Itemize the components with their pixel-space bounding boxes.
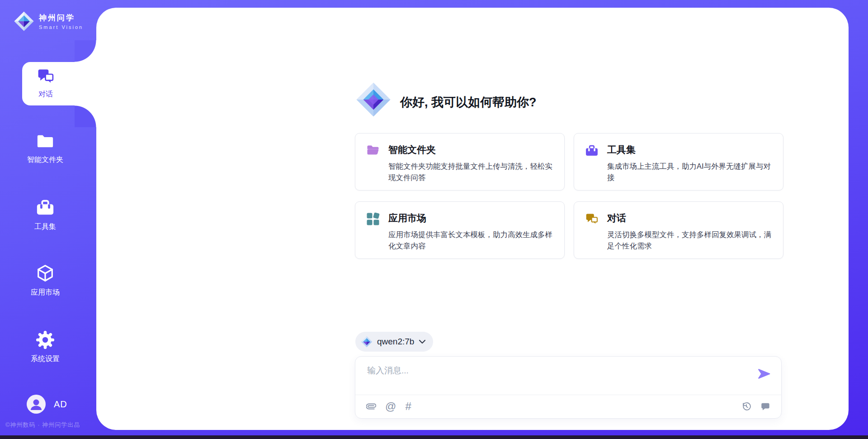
folder-open-icon — [366, 143, 380, 180]
card-chat[interactable]: 对话 灵活切换多模型文件，支持多样回复效果调试，满足个性化需求 — [574, 201, 783, 259]
user-icon — [27, 395, 45, 413]
card-title: 对话 — [607, 212, 772, 224]
card-app-market[interactable]: 应用市场 应用市场提供丰富长文本模板，助力高效生成多样化文章内容 — [355, 201, 565, 259]
at-icon: @ — [385, 401, 396, 412]
user-name: AD — [54, 399, 67, 410]
sidebar-item-toolkit[interactable]: 工具集 — [0, 198, 90, 232]
logo-diamond-icon — [14, 11, 34, 32]
card-title: 应用市场 — [388, 212, 553, 224]
topic-button[interactable]: # — [405, 401, 411, 412]
attach-button[interactable] — [366, 401, 376, 411]
sidebar-item-smart-folder[interactable]: 智能文件夹 — [0, 132, 90, 165]
hash-icon: # — [405, 401, 411, 412]
greeting-title: 你好, 我可以如何帮助你? — [400, 94, 537, 110]
card-description: 智能文件夹功能支持批量文件上传与清洗，轻松实现文件问答 — [388, 161, 553, 183]
history-button[interactable] — [741, 401, 751, 411]
card-toolkit[interactable]: 工具集 集成市场上主流工具，助力AI与外界无缝扩展与对接 — [574, 133, 783, 191]
card-description: 灵活切换多模型文件，支持多样回复效果调试，满足个性化需求 — [607, 229, 772, 252]
model-selector[interactable]: qwen2:7b — [355, 332, 433, 352]
copyright-footer: ©神州数码 · 神州问学出品 — [5, 421, 96, 429]
card-smart-folder[interactable]: 智能文件夹 智能文件夹功能支持批量文件上传与清洗，轻松实现文件问答 — [355, 133, 565, 191]
history-icon — [741, 401, 751, 411]
briefcase-icon — [0, 198, 90, 219]
chevron-down-icon — [419, 339, 426, 344]
message-input[interactable] — [367, 365, 747, 390]
sidebar-item-label: 应用市场 — [0, 288, 90, 297]
chat-bubble-icon — [760, 401, 770, 411]
tab-fillet-top — [75, 40, 96, 62]
bottom-edge-bar — [0, 435, 868, 439]
app-grid-icon — [366, 212, 380, 248]
sidebar-item-app-market[interactable]: 应用市场 — [0, 264, 90, 297]
sidebar-item-chat[interactable]: 对话 — [22, 62, 96, 105]
sidebar-item-label: 系统设置 — [0, 354, 90, 364]
mention-button[interactable]: @ — [385, 401, 396, 412]
sidebar-item-label: 工具集 — [0, 222, 90, 232]
chat-bubble-button[interactable] — [760, 401, 770, 411]
briefcase-icon — [585, 143, 599, 180]
sidebar-item-settings[interactable]: 系统设置 — [0, 330, 90, 364]
gear-icon — [0, 330, 90, 351]
paperclip-icon — [366, 401, 376, 411]
composer-divider — [355, 395, 781, 395]
send-icon — [757, 367, 771, 381]
cube-icon — [0, 264, 90, 285]
feature-cards: 智能文件夹 智能文件夹功能支持批量文件上传与清洗，轻松实现文件问答 — [355, 133, 783, 259]
brand-diamond-icon — [355, 81, 392, 119]
card-description: 集成市场上主流工具，助力AI与外界无缝扩展与对接 — [607, 161, 772, 183]
message-composer: @ # — [355, 356, 782, 419]
send-button[interactable] — [757, 367, 771, 381]
sidebar-item-label: 对话 — [22, 90, 69, 99]
app-title: 神州问学 — [39, 13, 83, 23]
card-description: 应用市场提供丰富长文本模板，助力高效生成多样化文章内容 — [388, 229, 553, 252]
app-subtitle: Smart Vision — [39, 24, 83, 30]
chat-bubbles-icon — [585, 212, 599, 248]
sidebar-item-label: 智能文件夹 — [0, 155, 90, 165]
card-title: 智能文件夹 — [388, 143, 553, 156]
user-profile[interactable]: AD — [27, 395, 67, 414]
model-name: qwen2:7b — [377, 337, 414, 347]
chat-icon — [37, 67, 55, 87]
main-content-panel: 你好, 我可以如何帮助你? 智能文件夹 智能文件夹功能支持批量文件上传与清洗，轻… — [96, 8, 849, 430]
avatar — [27, 395, 46, 414]
model-logo-diamond-icon — [361, 336, 373, 348]
app-logo: 神州问学 Smart Vision — [14, 11, 83, 32]
card-title: 工具集 — [607, 143, 772, 156]
tab-fillet-bottom — [75, 105, 96, 127]
folder-icon — [0, 132, 90, 152]
